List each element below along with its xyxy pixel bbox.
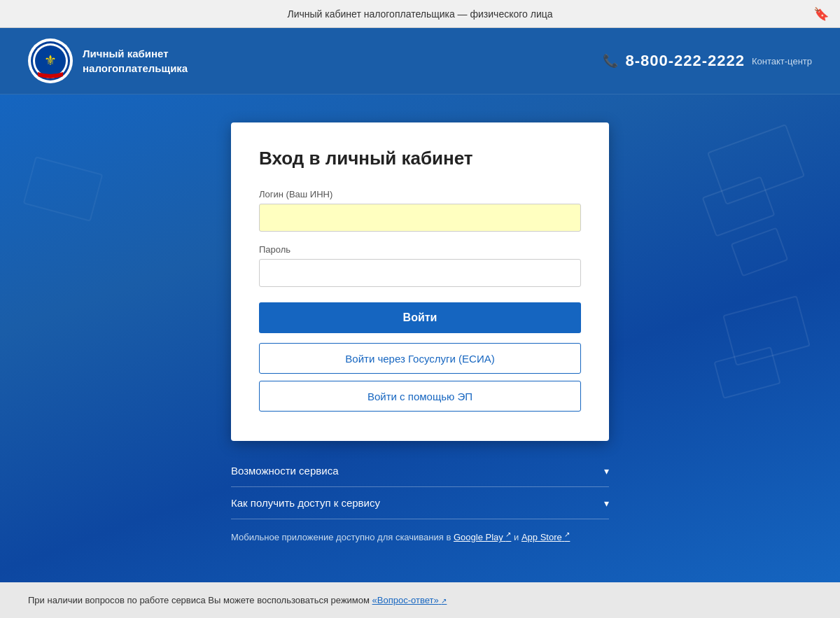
logo: ⚜	[28, 38, 73, 83]
external-link-icon-faq: ↗	[441, 597, 447, 605]
chevron-down-icon-1: ▾	[604, 465, 609, 477]
password-label: Пароль	[259, 244, 581, 255]
accordion-section-2[interactable]: Как получить доступ к сервису ▾	[231, 487, 609, 519]
header-site-title: Личный кабинет налогоплательщика	[83, 46, 188, 76]
footer: При наличии вопросов по работе сервиса В…	[0, 582, 840, 619]
accordion-section-1[interactable]: Возможности сервиса ▾	[231, 455, 609, 487]
gosuslugi-login-button[interactable]: Войти через Госуслуги (ЕСИА)	[259, 343, 581, 374]
google-play-link[interactable]: Google Play ↗	[454, 532, 511, 542]
accordion-section-1-label: Возможности сервиса	[231, 465, 339, 477]
login-input[interactable]	[259, 204, 581, 232]
header-contact-area: 📞 8-800-222-2222 Контакт-центр	[603, 52, 812, 70]
mobile-app-text-before: Мобильное приложение доступно для скачив…	[231, 532, 454, 542]
mobile-app-and: и	[511, 532, 522, 542]
svg-text:⚜: ⚜	[44, 52, 57, 68]
chevron-down-icon-2: ▾	[604, 498, 609, 509]
ep-login-button[interactable]: Войти с помощью ЭП	[259, 381, 581, 412]
site-header: ⚜ Личный кабинет налогоплательщика 📞 8-8…	[0, 28, 840, 94]
browser-tab-title: Личный кабинет налогоплательщика — физич…	[287, 8, 552, 20]
mobile-app-info: Мобильное приложение доступно для скачив…	[231, 529, 609, 545]
contact-center-label: Контакт-центр	[752, 56, 812, 66]
header-logo-area: ⚜ Личный кабинет налогоплательщика	[28, 38, 188, 83]
login-label: Логин (Ваш ИНН)	[259, 189, 581, 199]
accordion-section-2-label: Как получить доступ к сервису	[231, 497, 380, 509]
faq-link[interactable]: «Вопрос-ответ» ↗	[372, 595, 447, 605]
login-card: Вход в личный кабинет Логин (Ваш ИНН) Па…	[231, 122, 609, 441]
phone-number: 8-800-222-2222	[625, 52, 745, 70]
browser-bar: Личный кабинет налогоплательщика — физич…	[0, 0, 840, 28]
login-card-title: Вход в личный кабинет	[259, 148, 581, 169]
login-button[interactable]: Войти	[259, 302, 581, 333]
external-link-icon-apple: ↗	[564, 531, 570, 538]
main-content: Вход в личный кабинет Логин (Ваш ИНН) Па…	[0, 94, 840, 582]
password-input[interactable]	[259, 259, 581, 287]
phone-icon: 📞	[603, 53, 618, 69]
app-store-link[interactable]: App Store ↗	[522, 532, 570, 542]
footer-text: При наличии вопросов по работе сервиса В…	[28, 595, 372, 605]
bookmark-icon: 🔖	[813, 6, 829, 22]
